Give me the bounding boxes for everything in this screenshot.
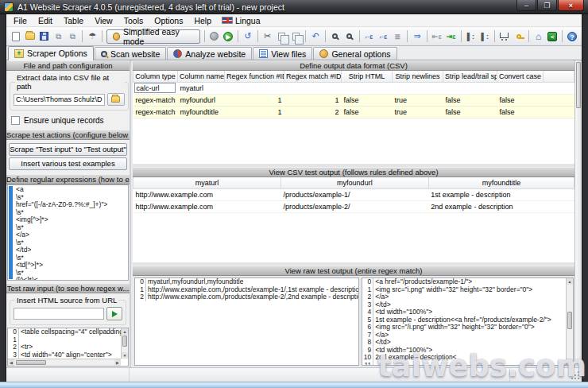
- new-project-button[interactable]: [9, 29, 23, 44]
- paste-button[interactable]: [289, 29, 304, 44]
- step-forward-button[interactable]: ▌:: [478, 29, 492, 44]
- folder-icon: [111, 96, 120, 103]
- open-project-button[interactable]: [23, 29, 37, 44]
- start-button[interactable]: ▶: [221, 29, 235, 44]
- raw-output-html-pane[interactable]: 0<a href="/products/example-1/">1<img sr…: [362, 277, 574, 366]
- code-line: href="([-/a-zA-Z0-9.?%:#_]+)">: [14, 201, 107, 209]
- app-icon: [4, 2, 14, 12]
- stop-icon: [210, 32, 219, 41]
- code-line: 0myaturl,myfoundurl,myfoundtitle: [135, 278, 358, 286]
- regex-listbox[interactable]: <a\s*href="([-/a-zA-Z0-9.?%:#_]+)">\s*<i…: [7, 184, 129, 281]
- help-button[interactable]: ?: [565, 29, 579, 44]
- menu-options[interactable]: Options: [149, 14, 188, 27]
- share-button[interactable]: <: [546, 29, 560, 44]
- url-input[interactable]: [14, 308, 104, 320]
- regex-edit-button[interactable]: ≣: [390, 29, 404, 44]
- menu-table[interactable]: Table: [58, 14, 89, 27]
- open-folder-icon: [25, 33, 35, 40]
- csv-path-group-label: Extract data into CSV file at path: [15, 73, 125, 91]
- code-line: ([^<]*)<: [14, 277, 107, 280]
- minimize-button[interactable]: –: [516, 0, 536, 11]
- simplified-easy-mode-button[interactable]: Simplified easy mode: [106, 29, 200, 44]
- homepage-button[interactable]: ⌂: [532, 29, 546, 44]
- step-back-icon: ▌:: [467, 33, 474, 41]
- tab-analyze-website[interactable]: Analyze website: [167, 47, 252, 60]
- export-button[interactable]: ⧉: [65, 29, 79, 44]
- step-back-button[interactable]: ▌:: [463, 29, 478, 44]
- grid-header-row: Column type Column name Regex function #…: [133, 71, 574, 82]
- table-row[interactable]: regex-match myfoundtitle 1 2 false true …: [133, 106, 574, 118]
- collapse-button[interactable]: ⇤ε: [430, 29, 444, 44]
- publish-button[interactable]: ☂: [85, 29, 99, 44]
- table-row[interactable]: http://www.example.com /products/example…: [133, 200, 574, 212]
- export-icon: ⧉: [70, 32, 75, 41]
- analyze-website-icon: [173, 49, 182, 58]
- import-button[interactable]: ⧉: [52, 29, 66, 44]
- section-header-csv-output: View CSV test output (follows rules defi…: [133, 167, 574, 177]
- menu-file[interactable]: File: [8, 14, 33, 27]
- window-frame: File Edit Table View Tools Options Help …: [0, 14, 588, 388]
- menu-tools[interactable]: Tools: [118, 14, 149, 27]
- test-input-hscrollbar[interactable]: ◀ ▶: [8, 359, 121, 366]
- code-line: \s*: [14, 194, 107, 202]
- close-button[interactable]: ×: [558, 0, 584, 11]
- save-project-button[interactable]: [37, 29, 52, 44]
- register-button[interactable]: [512, 29, 526, 44]
- code-line: <img[^>]*>: [14, 216, 107, 224]
- play-icon: [112, 311, 118, 317]
- step-forward-icon: ▌:: [482, 33, 489, 41]
- section-header-test-actions: Scrape test actions (configure below ...: [6, 130, 130, 140]
- search-icon: [332, 33, 338, 39]
- resize-grip[interactable]: [571, 371, 580, 380]
- regex-insert-icon-1: ⌐ε: [366, 33, 373, 41]
- tab-scraper-options[interactable]: + Scraper Options: [8, 46, 94, 60]
- key-icon: [516, 34, 521, 39]
- table-row[interactable]: http://www.example.com /products/example…: [133, 188, 574, 200]
- scrape-test-button[interactable]: Scrape "Test input" to "Test output": [9, 143, 127, 156]
- test-input-vscrollbar[interactable]: ▲ ▼: [121, 328, 128, 359]
- csv-path-input[interactable]: C:\Users\Thomas Schulz\D: [14, 94, 105, 106]
- tab-general-options[interactable]: General options: [313, 47, 397, 60]
- menu-view[interactable]: View: [89, 14, 118, 27]
- browse-folder-button[interactable]: [107, 93, 125, 106]
- cut-button[interactable]: ✂: [261, 29, 275, 44]
- code-line: 3</td>: [362, 301, 566, 309]
- undo-button[interactable]: ↶: [308, 29, 323, 44]
- menu-edit[interactable]: Edit: [33, 14, 58, 27]
- table-row[interactable]: regex-match myfoundurl 1 1 false true fa…: [133, 94, 574, 106]
- flow-button[interactable]: ⇒: [410, 29, 424, 44]
- buy-button[interactable]: [497, 29, 512, 44]
- fetch-url-button[interactable]: [106, 307, 122, 320]
- expand-button[interactable]: ⇥ε: [444, 29, 458, 44]
- raw-output-csv-pane[interactable]: 0myaturl,myfoundurl,myfoundtitle1http://…: [134, 277, 359, 366]
- view-files-icon: [259, 49, 268, 58]
- raw-output-vscrollbar[interactable]: ▲ ▼: [566, 278, 573, 365]
- search-replace-button[interactable]: [342, 29, 357, 44]
- copy-button[interactable]: [275, 29, 289, 44]
- section-header-test-input: Test raw input (to see how regex w...: [6, 283, 130, 293]
- collapse-icon: ⇤ε: [432, 33, 442, 41]
- insert-examples-button[interactable]: Insert various test examples: [9, 157, 127, 170]
- menu-help[interactable]: Help: [188, 14, 217, 27]
- maximize-button[interactable]: ❐: [537, 0, 557, 11]
- ensure-unique-records-label: Ensure unique records: [24, 116, 104, 125]
- column-type-edit-cell[interactable]: calc-url: [134, 83, 176, 93]
- general-options-icon: [319, 49, 328, 58]
- menu-lingua[interactable]: Lingua: [235, 14, 266, 27]
- code-line: 11: [362, 362, 566, 367]
- tab-scan-website[interactable]: Scan website: [95, 47, 166, 60]
- regex-insert-button-1[interactable]: ⌐ε: [362, 29, 377, 44]
- refresh-button[interactable]: ↺: [241, 29, 255, 44]
- table-row[interactable]: calc-url myaturl: [133, 82, 574, 94]
- search-button[interactable]: [328, 29, 342, 44]
- toolbar: ⧉ ⧉ ☂ Simplified easy mode ▶ ↺ ✂ ↶ ⌐ε ⌐ε…: [6, 27, 582, 46]
- test-input-editor[interactable]: 0<table cellspacing="4" cellpadding12<tr…: [7, 328, 129, 367]
- cut-icon: ✂: [264, 31, 271, 41]
- main-vscrollbar[interactable]: [574, 60, 582, 367]
- ensure-unique-records-checkbox[interactable]: [11, 116, 20, 125]
- section-header-raw-output: View raw test output (entire regex match…: [133, 266, 574, 276]
- regex-insert-button-2[interactable]: ⌐ε: [376, 29, 390, 44]
- flow-icon: ⇒: [413, 31, 420, 41]
- tab-view-files[interactable]: View files: [253, 47, 312, 60]
- stop-button[interactable]: [207, 29, 221, 44]
